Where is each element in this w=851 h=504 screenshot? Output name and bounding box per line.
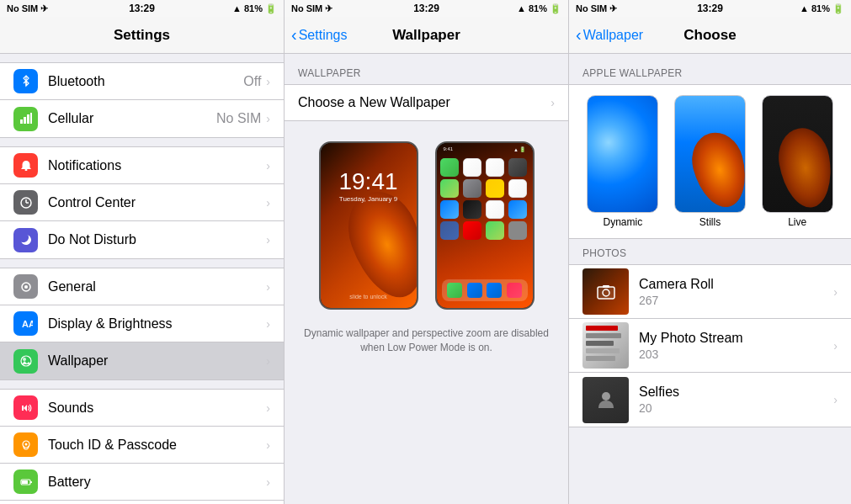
status-bar-right: No SIM ✈ 13:29 ▲ 81% 🔋 (569, 0, 851, 17)
notifications-icon (13, 153, 38, 178)
settings-back-button[interactable]: ‹ Settings (291, 27, 347, 43)
live-wallpaper-thumb[interactable]: Live (757, 95, 838, 228)
svg-point-24 (602, 392, 610, 401)
dock-music (507, 283, 522, 298)
wallpaper-icon (13, 349, 38, 374)
sidebar-item-bluetooth[interactable]: Bluetooth Off › (0, 63, 284, 100)
touch-id-icon (13, 432, 38, 457)
app-reminders (508, 179, 527, 198)
svg-rect-4 (30, 113, 32, 124)
photo-stream-thumb (582, 322, 629, 369)
dynamic-thumb-img (587, 95, 658, 213)
choose-nav-bar: ‹ Wallpaper Choose (569, 17, 851, 54)
settings-nav-bar: Settings (0, 17, 284, 54)
battery-label: Battery (48, 475, 266, 490)
app-maps (440, 179, 459, 198)
stills-wallpaper-thumb[interactable]: Stills (670, 95, 751, 228)
app-grid (440, 158, 529, 240)
wallpaper-note: Dynamic wallpaper and perspective zoom a… (285, 320, 568, 362)
apple-wallpaper-row: Dynamic Stills Live (569, 84, 851, 239)
camera-roll-info: Camera Roll 267 (639, 277, 833, 307)
choose-nav-title: Choose (683, 27, 736, 44)
lock-screen-preview[interactable]: 19:41 Tuesday, January 9 slide to unlock (319, 141, 418, 310)
svg-rect-18 (22, 480, 28, 484)
camera-roll-name: Camera Roll (639, 277, 833, 292)
general-icon (13, 274, 38, 299)
time-mid: 13:29 (413, 3, 439, 14)
selfies-thumb (582, 377, 629, 423)
time-right: 13:29 (697, 3, 723, 14)
status-bar-middle: No SIM ✈ 13:29 ▲ 81% 🔋 (285, 0, 568, 17)
phone-status-bar: 9:41▲ 🔋 (437, 146, 533, 152)
photo-stream-row[interactable]: My Photo Stream 203 › (569, 319, 851, 373)
control-center-chevron: › (266, 196, 270, 210)
sidebar-item-wallpaper[interactable]: Wallpaper › (0, 342, 284, 379)
sidebar-item-dnd[interactable]: Do Not Disturb › (0, 221, 284, 258)
touch-id-label: Touch ID & Passcode (48, 438, 266, 453)
app-settings (463, 179, 481, 198)
bluetooth-icon (13, 69, 38, 93)
settings-panel: No SIM ✈ 13:29 ▲ 81% 🔋 Settings Bluetoot… (0, 0, 285, 504)
home-screen-preview[interactable]: 9:41▲ 🔋 (435, 141, 535, 310)
svg-rect-23 (603, 285, 609, 288)
sidebar-item-notifications[interactable]: Notifications › (0, 147, 284, 184)
svg-text:AA: AA (22, 319, 33, 329)
sidebar-item-control-center[interactable]: Control Center › (0, 184, 284, 221)
dock-mail (467, 283, 482, 298)
general-label: General (48, 279, 266, 294)
sidebar-item-privacy[interactable]: Privacy › (0, 501, 284, 504)
bluetooth-chevron: › (266, 75, 270, 88)
dock-safari (487, 283, 502, 298)
live-label: Live (788, 216, 806, 228)
display-label: Display & Brightness (48, 316, 266, 332)
photo-stream-count: 203 (639, 347, 833, 361)
battery-chevron: › (266, 475, 270, 489)
sidebar-item-display[interactable]: AA Display & Brightness › (0, 305, 284, 342)
lock-date: Tuesday, January 9 (339, 195, 397, 203)
app-photos (486, 158, 504, 177)
sidebar-item-battery[interactable]: Battery › (0, 464, 284, 501)
selfies-row[interactable]: Selfies 20 › (569, 373, 851, 427)
choose-wallpaper-label: Choose a New Wallpaper (298, 95, 550, 110)
notifications-label: Notifications (48, 158, 266, 173)
settings-section-2: Notifications › Control Center › Do Not … (0, 146, 284, 259)
app-camera (508, 158, 527, 177)
back-label-right: Wallpaper (583, 28, 643, 43)
choose-panel: No SIM ✈ 13:29 ▲ 81% 🔋 ‹ Wallpaper Choos… (569, 0, 851, 504)
bluetooth-label: Bluetooth (48, 74, 243, 89)
stills-thumb-img (674, 95, 746, 213)
wallpaper-panel: No SIM ✈ 13:29 ▲ 81% 🔋 ‹ Settings Wallpa… (285, 0, 569, 504)
svg-rect-5 (24, 169, 27, 171)
no-sim-mid: No SIM ✈ (291, 3, 332, 14)
settings-section-3: General › AA Display & Brightness › Wall… (0, 268, 284, 380)
wallpaper-back-button[interactable]: ‹ Wallpaper (576, 27, 643, 43)
selfies-name: Selfies (639, 385, 833, 400)
live-thumb-img (762, 95, 833, 213)
notifications-chevron: › (266, 159, 270, 172)
app-notes (486, 179, 504, 198)
dynamic-wallpaper-thumb[interactable]: Dynamic (582, 95, 663, 228)
sidebar-item-sounds[interactable]: Sounds › (0, 390, 284, 427)
svg-rect-2 (24, 117, 26, 124)
svg-rect-21 (598, 287, 614, 299)
general-chevron: › (266, 280, 270, 294)
sounds-label: Sounds (48, 401, 266, 416)
sidebar-item-cellular[interactable]: Cellular No SIM › (0, 100, 284, 137)
wallpaper-nav-bar: ‹ Settings Wallpaper (285, 17, 568, 54)
camera-roll-row[interactable]: Camera Roll 267 › (569, 265, 851, 319)
choose-new-wallpaper-row[interactable]: Choose a New Wallpaper › (285, 84, 568, 121)
selfies-count: 20 (639, 401, 833, 415)
bluetooth-value: Off (243, 74, 261, 89)
svg-rect-1 (20, 119, 23, 124)
settings-section-1: Bluetooth Off › Cellular No SIM › (0, 62, 284, 138)
svg-point-10 (24, 285, 28, 289)
settings-nav-title: Settings (114, 27, 170, 44)
app-messages (440, 158, 459, 177)
battery-mid: ▲ 81% 🔋 (517, 3, 561, 14)
svg-point-13 (23, 358, 26, 361)
app-calendar (463, 158, 481, 177)
cellular-label: Cellular (48, 111, 216, 126)
sidebar-item-touch-id[interactable]: Touch ID & Passcode › (0, 427, 284, 464)
sidebar-item-general[interactable]: General › (0, 268, 284, 305)
svg-point-15 (24, 443, 27, 445)
